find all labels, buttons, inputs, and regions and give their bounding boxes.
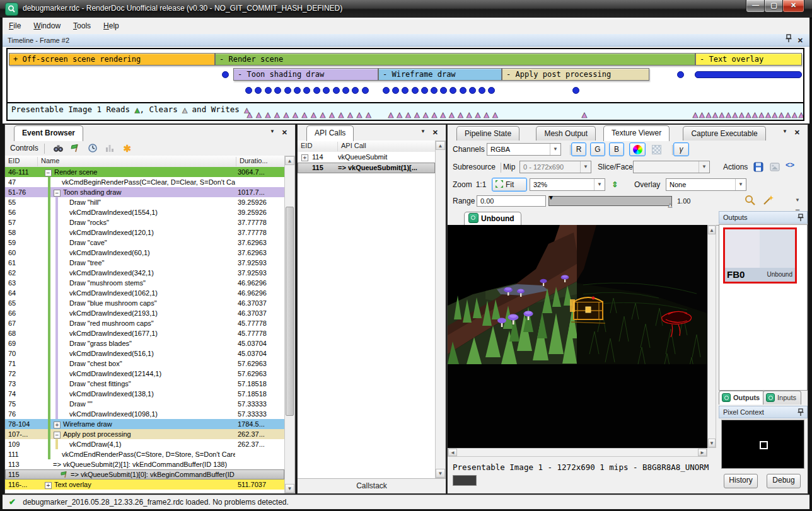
chevron-down-icon[interactable]: ▼ bbox=[270, 129, 275, 134]
event-row[interactable]: 107-...−Apply post processing262.37... bbox=[5, 429, 284, 439]
event-browser-vscrollbar[interactable]: ▲ ▼ bbox=[284, 156, 295, 493]
range-min-input[interactable]: 0.00 bbox=[477, 195, 546, 207]
event-row[interactable]: 75Draw ""57.33333 bbox=[5, 399, 284, 409]
callstack-section[interactable]: Callstack bbox=[298, 478, 446, 493]
toolbar-overflow-button[interactable]: ▼▔ bbox=[792, 193, 803, 207]
code-icon[interactable]: <> bbox=[786, 161, 794, 169]
timeline-marker-bar[interactable]: - Toon shading draw bbox=[233, 68, 378, 81]
zoom-select[interactable]: 32%▼ bbox=[530, 178, 605, 191]
tab-texture-viewer[interactable]: Texture Viewer bbox=[603, 125, 670, 141]
scroll-right-icon[interactable]: ► bbox=[698, 449, 707, 456]
event-row[interactable]: 51-76−Toon shading draw1017.7... bbox=[5, 187, 284, 197]
event-row[interactable]: 66vkCmdDrawIndexed(2193,1)46.37037 bbox=[5, 308, 284, 318]
pin-icon[interactable] bbox=[786, 34, 792, 47]
minimize-button[interactable]: — bbox=[746, 0, 765, 13]
pin-icon[interactable] bbox=[798, 214, 804, 221]
scroll-down-icon[interactable]: ▼ bbox=[285, 484, 294, 493]
viewport-vscrollbar[interactable]: ▲ ▼ bbox=[707, 225, 716, 448]
column-duration[interactable]: Duratio... bbox=[236, 157, 284, 166]
channel-g-toggle[interactable]: G bbox=[590, 142, 605, 156]
collapse-icon[interactable]: − bbox=[45, 169, 52, 176]
collapse-icon[interactable]: − bbox=[54, 432, 61, 439]
autofit-wand-icon[interactable] bbox=[762, 194, 774, 209]
save-icon[interactable] bbox=[753, 161, 764, 175]
zoom-fit-button[interactable]: Fit bbox=[492, 178, 527, 192]
expand-icon[interactable]: + bbox=[301, 154, 308, 161]
event-row[interactable]: 64vkCmdDrawIndexed(1062,1)46.96296 bbox=[5, 288, 284, 298]
pin-icon[interactable] bbox=[798, 408, 804, 416]
api-calls-vscrollbar[interactable]: ▲ ▼ bbox=[435, 141, 446, 478]
outputs-header[interactable]: Outputs bbox=[719, 211, 808, 224]
scroll-down-icon[interactable]: ▼ bbox=[436, 469, 445, 478]
find-icon[interactable] bbox=[52, 143, 64, 154]
close-icon[interactable]: ✕ bbox=[794, 129, 800, 137]
event-row[interactable]: 57Draw "rocks"37.77778 bbox=[5, 217, 284, 227]
event-row[interactable]: 63Draw "mushroom stems"46.96296 bbox=[5, 278, 284, 288]
tab-event-browser[interactable]: Event Browser bbox=[14, 125, 83, 141]
event-row[interactable]: 56vkCmdDrawIndexed(1554,1)39.25926 bbox=[5, 207, 284, 217]
timeline-marker-bar[interactable]: - Apply post processing bbox=[502, 68, 649, 81]
event-row[interactable]: 58vkCmdDrawIndexed(120,1)37.77778 bbox=[5, 227, 284, 238]
event-row[interactable]: 71Draw "chest box"57.62963 bbox=[5, 359, 284, 369]
timeline-marker-bar[interactable]: - Wireframe draw bbox=[378, 68, 502, 81]
api-call-row[interactable]: 115=> vkQueueSubmit(1)[... bbox=[298, 163, 435, 173]
close-icon[interactable]: ✕ bbox=[798, 34, 803, 47]
colorwheel-toggle[interactable] bbox=[629, 142, 646, 156]
event-row[interactable]: 109vkCmdDraw(4,1)262.37... bbox=[5, 439, 284, 449]
expand-icon[interactable]: + bbox=[54, 422, 61, 428]
scroll-up-icon[interactable]: ▲ bbox=[436, 141, 445, 150]
api-call-row[interactable]: +114vkQueueSubmit bbox=[298, 152, 435, 163]
range-max-value[interactable]: 1.00 bbox=[673, 195, 722, 207]
column-api-call[interactable]: API Call bbox=[338, 142, 435, 151]
close-button[interactable]: ✕ bbox=[782, 0, 804, 13]
channel-r-toggle[interactable]: R bbox=[571, 142, 586, 156]
fb0-thumbnail[interactable]: FB0 Unbound bbox=[723, 227, 797, 284]
chevron-down-icon[interactable]: ▼ bbox=[782, 129, 787, 134]
column-name[interactable]: Name bbox=[38, 157, 236, 166]
tab-pipeline-state[interactable]: Pipeline State bbox=[456, 126, 519, 141]
viewport-hscrollbar[interactable]: ◄ ► bbox=[448, 448, 707, 457]
checkerboard-toggle[interactable] bbox=[648, 142, 664, 156]
bookmark-flag-icon[interactable] bbox=[70, 143, 81, 154]
resource-link-icon[interactable] bbox=[769, 161, 780, 175]
tab-capture-executable[interactable]: Capture Executable bbox=[683, 126, 765, 141]
menu-window[interactable]: Window bbox=[27, 18, 67, 30]
tab-outputs[interactable]: Outputs bbox=[719, 391, 765, 405]
tab-mesh-output[interactable]: Mesh Output bbox=[536, 126, 596, 141]
close-icon[interactable]: ✕ bbox=[282, 129, 287, 137]
api-calls-column-header[interactable]: EID API Call bbox=[298, 141, 435, 152]
collapse-icon[interactable]: − bbox=[54, 190, 61, 197]
time-draws-icon[interactable] bbox=[87, 143, 98, 154]
event-row[interactable]: 113=> vkQueueSubmit(2)[1]: vkEndCommandB… bbox=[5, 459, 284, 469]
overlay-select[interactable]: None▼ bbox=[666, 178, 746, 191]
event-row[interactable]: 65Draw "blue mushroom caps"46.37037 bbox=[5, 298, 284, 308]
event-row[interactable]: 61Draw "tree"37.92593 bbox=[5, 258, 284, 268]
tab-api-calls[interactable]: API Calls bbox=[306, 125, 354, 141]
event-row[interactable]: 55Draw "hill"39.25926 bbox=[5, 197, 284, 207]
pixel-context-header[interactable]: Pixel Context bbox=[719, 406, 808, 418]
event-browser-column-header[interactable]: EID Name Duratio... bbox=[5, 156, 284, 168]
menu-tools[interactable]: Tools bbox=[67, 18, 97, 30]
chevron-down-icon[interactable]: ▼ bbox=[420, 129, 426, 134]
timeline-resource-usage-strip[interactable]: Presentable Image 1 Reads ▲, Clears ▲ an… bbox=[6, 102, 804, 121]
expand-icon[interactable]: + bbox=[45, 482, 52, 489]
timeline-marker-bar[interactable]: - Text overlay bbox=[695, 53, 802, 66]
event-row[interactable]: 115=> vkQueueSubmit(1)[0]: vkBeginComman… bbox=[5, 469, 284, 479]
scroll-down-icon[interactable]: ▼ bbox=[708, 439, 716, 447]
close-icon[interactable]: ✕ bbox=[432, 129, 438, 137]
scroll-left-icon[interactable]: ◄ bbox=[448, 449, 457, 456]
event-row[interactable]: 68vkCmdDrawIndexed(1677,1)45.77778 bbox=[5, 328, 284, 338]
scrollbar-thumb[interactable] bbox=[286, 207, 294, 416]
maximize-button[interactable]: ▢ bbox=[764, 0, 784, 13]
range-black-handle[interactable]: ▼ bbox=[548, 194, 554, 201]
debug-button[interactable]: Debug bbox=[767, 474, 801, 488]
event-row[interactable]: 76vkCmdDrawIndexed(1098,1)57.33333 bbox=[5, 409, 284, 419]
timeline-marker-bar[interactable]: - Render scene bbox=[215, 53, 695, 66]
menu-help[interactable]: Help bbox=[97, 18, 125, 30]
gamma-toggle[interactable]: γ bbox=[673, 142, 689, 156]
range-white-handle[interactable]: ▲ bbox=[667, 202, 673, 209]
mip-select[interactable]: 0 - 1272x690▼ bbox=[519, 161, 591, 173]
event-row[interactable]: 73Draw "chest fittings"57.18518 bbox=[5, 379, 284, 389]
event-row[interactable]: 60vkCmdDrawIndexed(60,1)37.62963 bbox=[5, 248, 284, 258]
event-row[interactable]: 74vkCmdDrawIndexed(138,1)57.18518 bbox=[5, 389, 284, 399]
